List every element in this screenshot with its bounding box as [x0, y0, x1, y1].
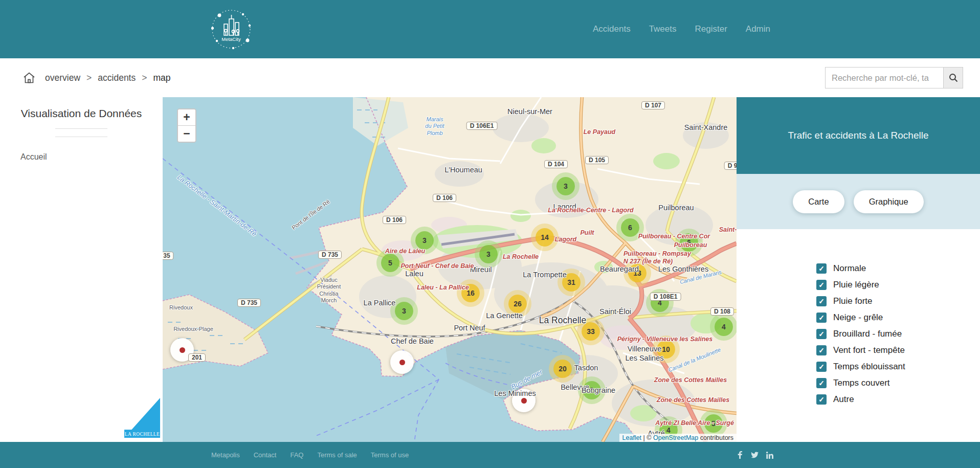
map-label: Villeneuve Les Salines	[626, 345, 664, 363]
accident-point-marker[interactable]	[390, 350, 414, 374]
app-header: MetaCity AccidentsTweetsRegisterAdmin	[0, 0, 980, 58]
filter-label: Temps éblouissant	[833, 362, 905, 372]
map-label: L'Houmeau	[444, 166, 482, 175]
linkedin-icon[interactable]	[766, 451, 773, 459]
map-label: Rivedoux-Plage	[173, 326, 213, 332]
logo-text: MetaCity	[221, 36, 241, 42]
map-label: Lagord	[555, 236, 576, 243]
road-ref-badge: D 106	[433, 194, 456, 202]
home-icon[interactable]	[23, 71, 36, 84]
cluster-marker[interactable]: 20	[553, 360, 572, 378]
filter-label: Pluie légère	[833, 280, 879, 290]
map-label: Nieul-sur-Mer	[507, 107, 552, 117]
checkbox-checked-icon[interactable]: ✓	[816, 280, 827, 290]
search-button[interactable]	[943, 67, 963, 88]
map-label: La Rochelle	[539, 315, 586, 326]
map-container[interactable]: + − 3146633513311626343341020254Nieul-su…	[163, 97, 737, 442]
filter-normale[interactable]: ✓Normale	[816, 263, 980, 274]
checkbox-checked-icon[interactable]: ✓	[816, 313, 827, 323]
filter-label: Brouillard - fumée	[833, 329, 902, 339]
nav-register[interactable]: Register	[695, 24, 727, 34]
footer-link-contact[interactable]: Contact	[254, 451, 277, 459]
cluster-marker[interactable]: 6	[621, 218, 639, 237]
checkbox-checked-icon[interactable]: ✓	[816, 362, 827, 372]
road-ref-badge: D 106	[383, 216, 406, 224]
cluster-marker[interactable]: 14	[536, 228, 554, 247]
footer-link-terms-of-sale[interactable]: Terms of sale	[317, 451, 357, 459]
nav-admin[interactable]: Admin	[746, 24, 770, 34]
view-button-graphique[interactable]: Graphique	[854, 190, 924, 213]
filter-autre[interactable]: ✓Autre	[816, 394, 980, 405]
map-attribution: Leaflet | © OpenStreetMap contributors	[619, 434, 737, 442]
map-label: Les Gonthières	[658, 265, 708, 274]
filter-temps-blouissant[interactable]: ✓Temps éblouissant	[816, 362, 980, 372]
weather-filters: ✓Normale✓Pluie légère✓Pluie forte✓Neige …	[737, 229, 980, 405]
nav-accidents[interactable]: Accidents	[593, 24, 631, 34]
checkbox-checked-icon[interactable]: ✓	[816, 394, 827, 405]
leaflet-link[interactable]: Leaflet	[622, 434, 642, 441]
filter-temps-couvert[interactable]: ✓Temps couvert	[816, 378, 980, 388]
cluster-marker[interactable]: 3	[395, 302, 413, 320]
map-label: Tasdon	[574, 364, 598, 373]
filter-vent-fort-temp-te[interactable]: ✓Vent fort - tempête	[816, 345, 980, 355]
map-label: Le Payaud	[584, 128, 616, 136]
road-ref-badge: D 105	[585, 156, 609, 164]
sidebar-link-accueil[interactable]: Accueil	[20, 152, 47, 162]
panel-title: Trafic et accidents à La Rochelle	[788, 130, 929, 141]
magnifier-icon	[948, 73, 959, 83]
checkbox-checked-icon[interactable]: ✓	[816, 345, 827, 355]
filter-pluie-forte[interactable]: ✓Pluie forte	[816, 296, 980, 306]
checkbox-checked-icon[interactable]: ✓	[816, 296, 827, 306]
footer-link-faq[interactable]: FAQ	[290, 451, 303, 459]
map-label: Saint-Xandre	[684, 123, 728, 132]
filter-pluie-l-g-re[interactable]: ✓Pluie légère	[816, 280, 980, 290]
map-label: Viaduc Président Christia Morch	[317, 277, 341, 304]
filter-label: Neige - grêle	[833, 313, 883, 323]
filter-label: Normale	[833, 263, 866, 274]
view-button-carte[interactable]: Carte	[793, 190, 844, 213]
map-label: Saint-Éloi	[599, 307, 631, 317]
footer-link-metapolis[interactable]: Metapolis	[211, 451, 240, 459]
cluster-marker[interactable]: 26	[508, 295, 527, 313]
map-label: Bongraine	[582, 386, 615, 395]
search-input[interactable]	[825, 67, 943, 88]
map-label: La Rochelle	[503, 253, 539, 261]
map-label: Laleu	[405, 270, 423, 279]
nav-tweets[interactable]: Tweets	[649, 24, 677, 34]
metacity-logo[interactable]: MetaCity	[211, 9, 252, 50]
filter-neige-gr-le[interactable]: ✓Neige - grêle	[816, 313, 980, 323]
cluster-marker[interactable]: 4	[715, 318, 733, 336]
footer-links: MetapolisContactFAQTerms of saleTerms of…	[211, 442, 409, 468]
checkbox-checked-icon[interactable]: ✓	[816, 378, 827, 388]
map-label: Port Neuf - Chef de Baie	[400, 262, 474, 270]
zoom-in-button[interactable]: +	[178, 109, 195, 126]
cluster-marker[interactable]: 3	[556, 177, 575, 195]
cluster-marker[interactable]: 3	[479, 245, 498, 263]
twitter-icon[interactable]	[751, 451, 759, 459]
map-label: La Genette	[486, 311, 523, 321]
breadcrumb: overview>accidents>map	[45, 58, 171, 97]
road-ref-badge: D 104	[544, 160, 568, 168]
road-ref-badge: D 108E1	[650, 293, 681, 301]
checkbox-checked-icon[interactable]: ✓	[816, 263, 827, 274]
map-label: Périgny - Villeneuve les Salines	[617, 336, 712, 343]
zoom-out-button[interactable]: −	[178, 126, 195, 142]
filter-brouillard-fum-e[interactable]: ✓Brouillard - fumée	[816, 329, 980, 339]
breadcrumb-item-overview[interactable]: overview	[45, 73, 80, 83]
road-ref-badge: D 107	[641, 101, 665, 109]
osm-link[interactable]: OpenStreetMap	[653, 434, 698, 441]
map-label: Beauregard	[600, 265, 639, 274]
map-label: Aire de Laleu	[385, 248, 426, 255]
map-label: La Pallice	[364, 299, 396, 308]
checkbox-checked-icon[interactable]: ✓	[816, 329, 827, 339]
footer-link-terms-of-use[interactable]: Terms of use	[371, 451, 409, 459]
map-label: Puilboreau	[674, 241, 707, 249]
divider	[55, 128, 107, 129]
left-sidebar: Visualisation de Données Accueil LA ROCH…	[0, 97, 163, 442]
facebook-icon[interactable]	[736, 451, 744, 459]
breadcrumb-item-accidents[interactable]: accidents	[98, 73, 136, 83]
cluster-marker[interactable]: 5	[381, 254, 399, 272]
cluster-marker[interactable]: 3	[415, 231, 434, 250]
right-panel: Trafic et accidents à La Rochelle CarteG…	[737, 97, 980, 442]
road-ref-badge: D 106E1	[466, 122, 498, 130]
